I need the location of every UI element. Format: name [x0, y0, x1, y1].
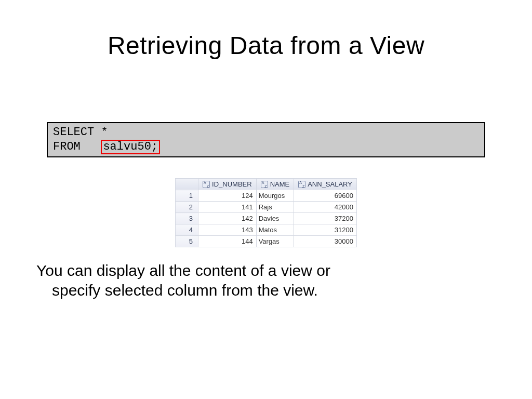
- table-row: 1 124 Mourgos 69600: [176, 190, 357, 202]
- result-body: 1 124 Mourgos 69600 2 141 Rajs 42000 3 1…: [176, 190, 357, 247]
- result-grid-wrap: ID_NUMBER NAME ANN_SALARY 1 124 Mourgos …: [36, 178, 496, 248]
- cell-id: 142: [198, 213, 257, 224]
- body-line-2: specify selected column from the view.: [36, 281, 496, 300]
- row-number: 2: [176, 202, 198, 213]
- cell-name: Mourgos: [256, 190, 294, 202]
- col-header-name: NAME: [256, 178, 294, 190]
- highlighted-view-name: salvu50;: [101, 140, 160, 154]
- sql-code-block: SELECT * FROM salvu50;: [47, 122, 485, 157]
- cell-name: Rajs: [256, 202, 294, 213]
- body-line-1: You can display all the content of a vie…: [36, 262, 330, 279]
- cell-salary: 30000: [294, 236, 357, 247]
- body-paragraph: You can display all the content of a vie…: [36, 261, 496, 300]
- row-number: 3: [176, 213, 198, 224]
- sql-keyword-select: SELECT: [53, 126, 94, 139]
- slide-title: Retrieving Data from a View: [36, 31, 496, 60]
- column-sort-icon: [203, 181, 210, 188]
- slide: Retrieving Data from a View SELECT * FRO…: [0, 0, 532, 399]
- cell-salary: 31200: [294, 224, 357, 236]
- cell-name: Vargas: [256, 236, 294, 247]
- cell-id: 141: [198, 202, 257, 213]
- col-label: NAME: [270, 180, 290, 188]
- cell-name: Davies: [256, 213, 294, 224]
- result-grid: ID_NUMBER NAME ANN_SALARY 1 124 Mourgos …: [175, 178, 357, 248]
- column-sort-icon: [261, 181, 268, 188]
- header-row: ID_NUMBER NAME ANN_SALARY: [176, 178, 357, 190]
- cell-id: 144: [198, 236, 257, 247]
- row-number: 5: [176, 236, 198, 247]
- cell-id: 124: [198, 190, 257, 202]
- col-label: ID_NUMBER: [212, 180, 252, 188]
- corner-cell: [176, 178, 198, 190]
- cell-id: 143: [198, 224, 257, 236]
- table-row: 5 144 Vargas 30000: [176, 236, 357, 247]
- col-label: ANN_SALARY: [308, 180, 352, 188]
- sql-gap: [81, 140, 101, 153]
- row-number: 4: [176, 224, 198, 236]
- row-number: 1: [176, 190, 198, 202]
- sql-keyword-from: FROM: [53, 140, 81, 153]
- cell-salary: 42000: [294, 202, 357, 213]
- col-header-id-number: ID_NUMBER: [198, 178, 257, 190]
- col-header-ann-salary: ANN_SALARY: [294, 178, 357, 190]
- sql-select-rest: *: [94, 126, 108, 139]
- column-sort-icon: [298, 181, 305, 188]
- table-row: 2 141 Rajs 42000: [176, 202, 357, 213]
- cell-salary: 69600: [294, 190, 357, 202]
- cell-name: Matos: [256, 224, 294, 236]
- cell-salary: 37200: [294, 213, 357, 224]
- table-row: 4 143 Matos 31200: [176, 224, 357, 236]
- table-row: 3 142 Davies 37200: [176, 213, 357, 224]
